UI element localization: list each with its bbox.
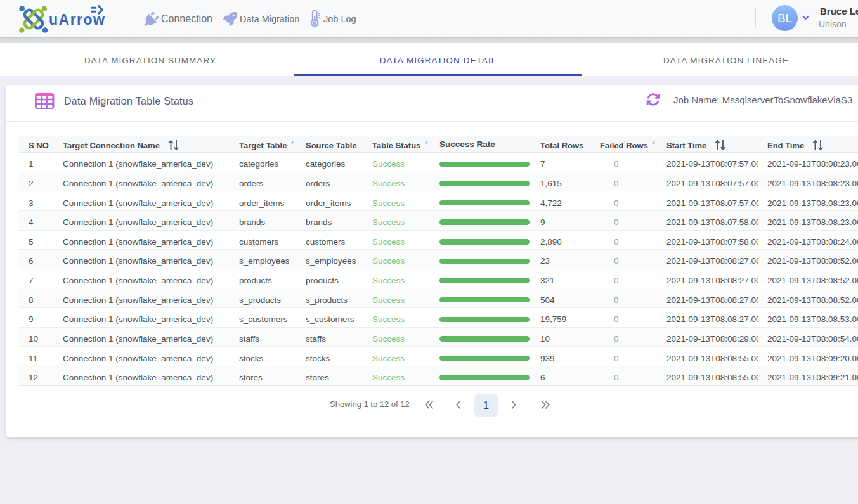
svg-text:uArrow: uArrow	[49, 11, 106, 28]
